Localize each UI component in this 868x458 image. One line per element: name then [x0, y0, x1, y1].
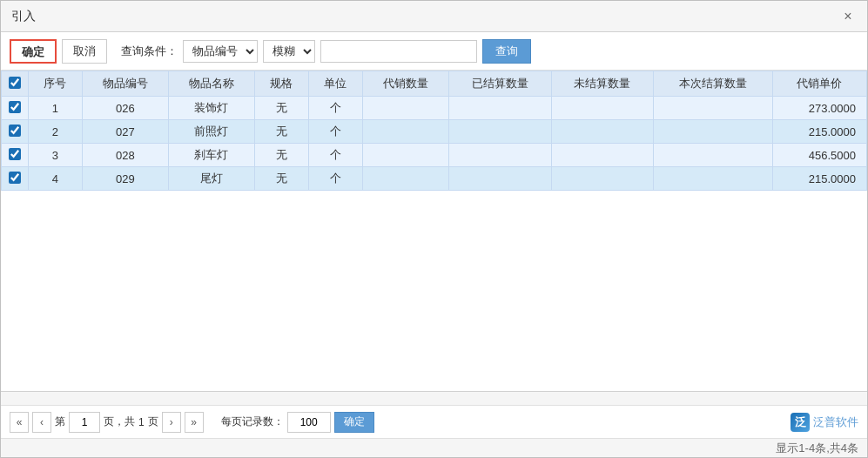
toolbar: 确定 取消 查询条件： 物品编号 物品名称 规格 模糊 精确 查询: [1, 32, 867, 71]
brand-icon-text: 泛: [795, 414, 806, 430]
table-row: 3028刹车灯无个456.5000: [2, 144, 867, 167]
row-settled-qty: [448, 144, 551, 167]
header-consign-qty: 代销数量: [362, 71, 448, 97]
table-row: 4029尾灯无个215.0000: [2, 167, 867, 191]
row-consign-qty: [362, 144, 448, 167]
query-field-select[interactable]: 物品编号 物品名称 规格: [183, 40, 258, 63]
query-button[interactable]: 查询: [482, 39, 531, 64]
row-unit-price: 215.0000: [772, 120, 866, 144]
confirm-button[interactable]: 确定: [10, 39, 57, 64]
row-spec: 无: [255, 144, 309, 167]
cancel-button[interactable]: 取消: [62, 39, 107, 64]
row-current-qty: [654, 97, 772, 120]
header-name: 物品名称: [168, 71, 254, 97]
pagination-bar: « ‹ 第 页，共 1 页 › » 每页记录数： 确定 泛 泛普软件: [1, 405, 867, 438]
table-row: 2027前照灯无个215.0000: [2, 120, 867, 144]
row-checkbox-cell: [2, 144, 29, 167]
dialog-title: 引入: [11, 9, 36, 24]
row-unit: 个: [308, 97, 362, 120]
row-unit-price: 273.0000: [772, 97, 866, 120]
first-page-button[interactable]: «: [10, 412, 29, 433]
page-middle: 页，共: [104, 414, 135, 429]
per-page-input[interactable]: [287, 412, 331, 433]
row-settled-qty: [448, 97, 551, 120]
row-code: 027: [82, 120, 168, 144]
query-condition-label: 查询条件：: [121, 44, 178, 59]
row-consign-qty: [362, 120, 448, 144]
row-spec: 无: [255, 167, 309, 191]
query-input[interactable]: [320, 40, 477, 63]
row-checkbox-cell: [2, 120, 29, 144]
close-button[interactable]: ×: [839, 8, 857, 25]
row-unit-price: 215.0000: [772, 167, 866, 191]
header-unsettled-qty: 未结算数量: [551, 71, 654, 97]
header-seq: 序号: [29, 71, 83, 97]
row-name: 尾灯: [168, 167, 254, 191]
brand-logo: 泛 泛普软件: [791, 413, 858, 432]
row-checkbox[interactable]: [9, 148, 21, 160]
row-current-qty: [654, 120, 772, 144]
brand-icon: 泛: [791, 413, 810, 432]
table-row: 1026装饰灯无个273.0000: [2, 97, 867, 120]
row-consign-qty: [362, 167, 448, 191]
header-checkbox-cell: [2, 71, 29, 97]
header-settled-qty: 已结算数量: [448, 71, 551, 97]
status-text: 显示1-4条,共4条: [776, 441, 858, 456]
row-unit-price: 456.5000: [772, 144, 866, 167]
row-code: 028: [82, 144, 168, 167]
next-page-button[interactable]: ›: [162, 412, 181, 433]
brand-name: 泛普软件: [813, 414, 858, 430]
page-suffix: 页: [148, 414, 158, 429]
data-table-container: 序号 物品编号 物品名称 规格 单位 代销数量 已结算数量 未结算数量 本次结算…: [1, 71, 867, 391]
horizontal-scrollbar[interactable]: [1, 391, 867, 405]
import-dialog: 引入 × 确定 取消 查询条件： 物品编号 物品名称 规格 模糊 精确 查询: [0, 0, 868, 458]
header-unit-price: 代销单价: [772, 71, 866, 97]
title-bar: 引入 ×: [1, 1, 867, 32]
row-code: 026: [82, 97, 168, 120]
row-consign-qty: [362, 97, 448, 120]
last-page-button[interactable]: »: [185, 412, 204, 433]
current-page-input[interactable]: [69, 412, 100, 433]
row-spec: 无: [255, 120, 309, 144]
prev-page-button[interactable]: ‹: [32, 412, 51, 433]
row-seq: 3: [29, 144, 83, 167]
status-bar: 显示1-4条,共4条: [1, 438, 867, 457]
row-settled-qty: [448, 167, 551, 191]
row-unsettled-qty: [551, 120, 654, 144]
row-name: 装饰灯: [168, 97, 254, 120]
table-header-row: 序号 物品编号 物品名称 规格 单位 代销数量 已结算数量 未结算数量 本次结算…: [2, 71, 867, 97]
row-checkbox[interactable]: [9, 172, 21, 184]
row-name: 前照灯: [168, 120, 254, 144]
row-seq: 2: [29, 120, 83, 144]
row-spec: 无: [255, 97, 309, 120]
row-unsettled-qty: [551, 97, 654, 120]
row-unit: 个: [308, 167, 362, 191]
row-unit: 个: [308, 120, 362, 144]
per-page-label: 每页记录数：: [221, 414, 284, 429]
row-unsettled-qty: [551, 167, 654, 191]
per-page-confirm-button[interactable]: 确定: [334, 412, 374, 433]
row-current-qty: [654, 167, 772, 191]
row-unsettled-qty: [551, 144, 654, 167]
row-seq: 4: [29, 167, 83, 191]
header-spec: 规格: [255, 71, 309, 97]
header-unit: 单位: [308, 71, 362, 97]
row-seq: 1: [29, 97, 83, 120]
header-current-qty: 本次结算数量: [654, 71, 772, 97]
select-all-checkbox[interactable]: [9, 77, 21, 89]
query-mode-select[interactable]: 模糊 精确: [263, 40, 315, 63]
data-table: 序号 物品编号 物品名称 规格 单位 代销数量 已结算数量 未结算数量 本次结算…: [1, 71, 867, 191]
row-code: 029: [82, 167, 168, 191]
total-pages: 1: [138, 416, 145, 428]
row-name: 刹车灯: [168, 144, 254, 167]
header-code: 物品编号: [82, 71, 168, 97]
row-current-qty: [654, 144, 772, 167]
row-settled-qty: [448, 120, 551, 144]
page-prefix: 第: [55, 414, 65, 429]
row-checkbox-cell: [2, 167, 29, 191]
row-unit: 个: [308, 144, 362, 167]
row-checkbox[interactable]: [9, 125, 21, 137]
row-checkbox-cell: [2, 97, 29, 120]
row-checkbox[interactable]: [9, 101, 21, 113]
